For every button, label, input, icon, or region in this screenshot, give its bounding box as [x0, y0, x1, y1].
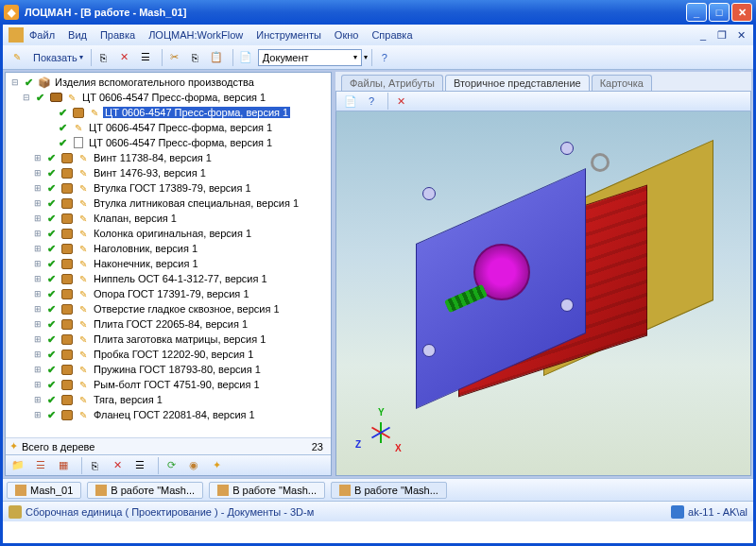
part-icon — [60, 151, 75, 164]
close-button[interactable]: ✕ — [731, 3, 752, 22]
page-icon[interactable]: 📄 — [342, 93, 359, 110]
tree-root[interactable]: Изделия вспомогательного производства — [53, 77, 256, 88]
report-icon[interactable]: 📄 — [237, 49, 254, 66]
object-tree[interactable]: ⊟ ✔ 📦 Изделия вспомогательного производс… — [6, 73, 331, 437]
tree-item[interactable]: Опора ГОСТ 17391-79, версия 1 — [92, 288, 251, 299]
copy-icon[interactable]: ⎘ — [95, 49, 112, 66]
refresh-icon[interactable]: ⟳ — [163, 457, 180, 474]
tree-toolbar: 📁 ☰ ▦ ⎘ ✕ ☰ ⟳ ◉ ✦ — [6, 454, 331, 475]
tree-item[interactable]: ЦТ 0606-4547 Пресс-форма, версия 1 — [87, 137, 274, 148]
edit-icon: ✎ — [76, 257, 91, 270]
expand-icon[interactable]: ⊞ — [32, 334, 43, 344]
tree-item[interactable]: Фланец ГОСТ 22081-84, версия 1 — [92, 409, 257, 420]
tree-item[interactable]: Винт 1476-93, версия 1 — [92, 167, 208, 179]
mdi-minimize-button[interactable]: _ — [696, 29, 710, 41]
show-dropdown[interactable]: Показать — [29, 52, 87, 63]
menu-workflow[interactable]: ЛОЦМАН:WorkFlow — [148, 29, 243, 41]
tree-item[interactable]: Втулка ГОСТ 17389-79, версия 1 — [92, 182, 253, 194]
tab-files[interactable]: Файлы, Атрибуты — [341, 75, 443, 91]
tree-item[interactable]: Винт 11738-84, версия 1 — [92, 152, 214, 163]
tree-item[interactable]: Плита ГОСТ 22065-84, версия 1 — [92, 318, 249, 330]
tree-item[interactable]: ЦТ 0606-4547 Пресс-форма, версия 1 — [80, 92, 267, 103]
menu-tools[interactable]: Инструменты — [256, 29, 321, 41]
expand-icon[interactable]: ⊞ — [32, 168, 43, 178]
minimize-button[interactable]: _ — [686, 3, 707, 22]
check-icon: ✔ — [43, 166, 59, 179]
expand-icon[interactable]: ⊞ — [32, 410, 43, 419]
help-icon[interactable]: ? — [363, 93, 380, 110]
3d-viewport[interactable]: X Y Z — [335, 111, 751, 476]
expand-icon[interactable]: ⊞ — [32, 319, 43, 329]
delete-icon[interactable]: ✕ — [109, 457, 126, 474]
tree-item[interactable]: Втулка литниковая специальная, версия 1 — [92, 197, 301, 209]
tree-item[interactable]: Тяга, версия 1 — [92, 394, 164, 405]
mdi-restore-button[interactable]: ❐ — [715, 29, 729, 41]
expand-icon[interactable]: ⊞ — [32, 350, 43, 359]
copy-icon[interactable]: ⎘ — [86, 457, 103, 474]
menu-view[interactable]: Вид — [68, 29, 87, 41]
tool1-icon[interactable]: ☰ — [32, 457, 49, 474]
3d-icon[interactable]: ◉ — [185, 457, 202, 474]
tab-secondary-view[interactable]: Вторичное представление — [445, 75, 590, 91]
tab-card[interactable]: Карточка — [592, 75, 652, 91]
expand-icon[interactable]: ⊞ — [32, 274, 43, 283]
check-icon: ✔ — [43, 242, 59, 255]
delete-icon[interactable]: ✕ — [116, 49, 133, 66]
copy2-icon[interactable]: ⎘ — [187, 49, 204, 66]
tree-item[interactable]: Пружина ГОСТ 18793-80, версия 1 — [92, 364, 263, 375]
tree-item[interactable]: ЦТ 0606-4547 Пресс-форма, версия 1 — [87, 122, 274, 133]
tree-item[interactable]: Наконечник, версия 1 — [92, 258, 200, 269]
tree-item[interactable]: Рым-болт ГОСТ 4751-90, версия 1 — [92, 379, 262, 390]
tree-item[interactable]: Ниппель ОСТ 64-1-312-77, версия 1 — [92, 273, 269, 284]
expand-icon[interactable]: ⊞ — [32, 229, 43, 238]
task-button-active[interactable]: В работе "Mash... — [331, 482, 447, 499]
title-bar: ◆ ЛОЦМАН - [В работе - Mash_01] _ □ ✕ — [0, 0, 756, 25]
doc-icon — [339, 485, 351, 496]
task-button[interactable]: В работе "Mash... — [87, 482, 203, 499]
paste-icon[interactable]: 📋 — [208, 49, 225, 66]
expand-icon[interactable]: ⊞ — [32, 198, 43, 208]
tree-item[interactable]: Наголовник, версия 1 — [92, 243, 199, 254]
doc-icon — [15, 485, 26, 496]
expand-icon[interactable]: ⊞ — [32, 289, 43, 299]
edit-icon: ✎ — [76, 363, 91, 376]
menu-window[interactable]: Окно — [335, 29, 359, 41]
task-button[interactable]: В работе "Mash... — [209, 482, 325, 499]
dropdown-arrow-icon[interactable]: ▾ — [364, 53, 368, 61]
document-dropdown[interactable]: Документ — [258, 49, 362, 66]
mdi-close-button[interactable]: ✕ — [734, 29, 747, 41]
tree-item[interactable]: Пробка ГОСТ 12202-90, версия 1 — [92, 349, 255, 360]
expand-icon[interactable]: ⊞ — [32, 304, 43, 314]
part-icon — [60, 393, 75, 406]
expand-icon[interactable]: ⊞ — [32, 244, 43, 253]
properties-icon[interactable]: ☰ — [137, 49, 154, 66]
edit-icon[interactable]: ✎ — [9, 49, 26, 66]
expand-icon[interactable]: ⊞ — [32, 380, 43, 389]
menu-edit[interactable]: Правка — [100, 29, 135, 41]
tool2-icon[interactable]: ▦ — [55, 457, 72, 474]
close-view-icon[interactable]: ✕ — [392, 93, 409, 110]
tree-item[interactable]: Колонка оригинальная, версия 1 — [92, 228, 253, 239]
tree-item[interactable]: Клапан, версия 1 — [92, 213, 179, 224]
collapse-icon[interactable]: ⊟ — [21, 93, 32, 102]
expand-icon[interactable]: ⊞ — [32, 259, 43, 268]
expand-icon[interactable]: ⊞ — [32, 153, 43, 162]
tree-item[interactable]: Плита заготовка матрицы, версия 1 — [92, 333, 267, 345]
tree-item[interactable]: Отверстие гладкое сквозное, версия 1 — [92, 303, 282, 315]
expand-icon[interactable]: ⊞ — [32, 183, 43, 193]
folder-icon[interactable]: 📁 — [9, 457, 26, 474]
part-icon — [60, 317, 75, 331]
menu-file[interactable]: Файл — [29, 29, 55, 41]
star-icon[interactable]: ✦ — [208, 457, 225, 474]
maximize-button[interactable]: □ — [709, 3, 730, 22]
collapse-icon[interactable]: ⊟ — [9, 77, 21, 87]
task-button[interactable]: Mash_01 — [7, 482, 81, 499]
expand-icon[interactable]: ⊞ — [32, 395, 43, 404]
help-icon[interactable]: ? — [376, 49, 393, 66]
expand-icon[interactable]: ⊞ — [32, 213, 43, 223]
cut-icon[interactable]: ✂ — [166, 49, 183, 66]
menu-help[interactable]: Справка — [371, 29, 412, 41]
tree-item-selected[interactable]: ЦТ 0606-4547 Пресс-форма, версия 1 — [103, 107, 290, 118]
expand-icon[interactable]: ⊞ — [32, 365, 43, 374]
props-icon[interactable]: ☰ — [131, 457, 148, 474]
